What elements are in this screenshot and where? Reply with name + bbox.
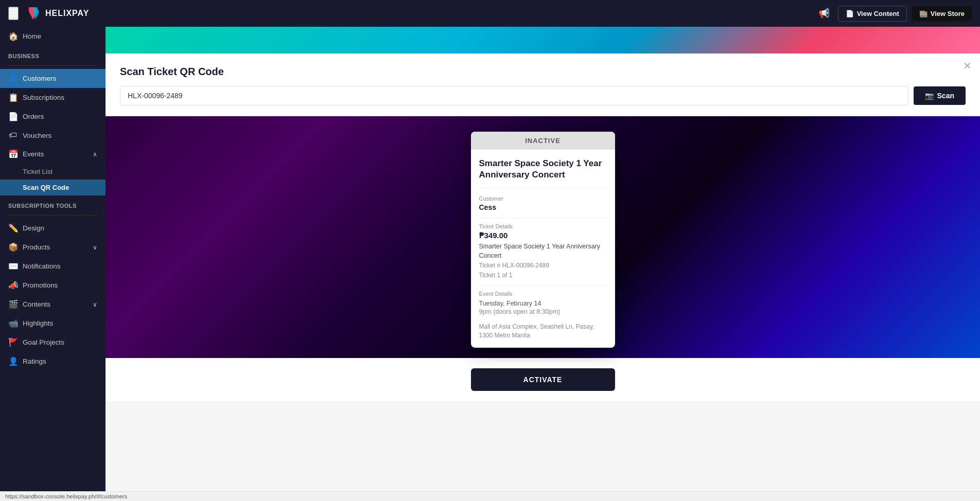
sidebar-products-label: Products [23,243,50,251]
sidebar-item-subscriptions[interactable]: 📋 Subscriptions [0,88,106,107]
sidebar-item-promotions[interactable]: 📣 Promotions [0,276,106,295]
sidebar-notifications-label: Notifications [23,262,61,270]
sidebar-item-goal-projects[interactable]: 🚩 Goal Projects [0,333,106,352]
ticket-of: Ticket 1 of 1 [479,271,607,280]
sidebar-scan-qr-label: Scan QR Code [23,184,69,191]
sidebar-item-design[interactable]: ✏️ Design [0,219,106,238]
sidebar-design-label: Design [23,224,44,232]
sidebar-divider-2 [8,215,97,216]
business-section-label: Business [0,46,106,62]
ticket-status-badge: INACTIVE [471,132,615,150]
header-right: 📢 📄 View Content 🏬 View Store [815,5,972,22]
top-header: ☰ HELIXPAY 📢 📄 View Content 🏬 View Store [0,0,980,27]
sidebar: 🏠 Home Business 👤 Customers 📋 Subscripti… [0,27,106,491]
customer-name: Cess [479,203,607,211]
scan-button[interactable]: 📷 Scan [914,86,966,105]
content-icon: 📄 [846,10,854,17]
hamburger-button[interactable]: ☰ [8,7,19,20]
sidebar-item-notifications[interactable]: ✉️ Notifications [0,257,106,276]
view-content-label: View Content [857,10,899,17]
hamburger-icon: ☰ [9,8,18,19]
view-content-button[interactable]: 📄 View Content [838,6,907,22]
sidebar-item-vouchers[interactable]: 🏷 Vouchers [0,126,106,145]
event-details-label: Event Details [479,291,607,297]
ticket-body: Smarter Space Society 1 Year Anniversary… [471,150,615,348]
sidebar-ticket-list-label: Ticket List [23,168,52,175]
event-time: 9pm (doors open at 8:30pm) [479,308,607,315]
sidebar-item-home[interactable]: 🏠 Home [0,27,106,46]
scan-title: Scan Ticket QR Code [120,66,966,78]
ticket-details-label: Ticket Details [479,223,607,229]
customer-label: Customer [479,195,607,202]
camera-icon: 📷 [925,92,934,100]
vouchers-icon: 🏷 [8,131,18,140]
page-content: Scan Ticket QR Code 📷 Scan ✕ INACTIVE Sm… [106,53,980,491]
products-chevron-icon: ∨ [93,244,97,251]
logo-text: HELIXPAY [45,9,89,18]
events-chevron-icon: ∧ [93,151,97,158]
ticket-card: INACTIVE Smarter Space Society 1 Year An… [471,132,615,348]
ticket-event-title: Smarter Space Society 1 Year Anniversary… [479,158,607,188]
sidebar-item-orders[interactable]: 📄 Orders [0,107,106,126]
sidebar-subitem-ticket-list[interactable]: Ticket List [0,164,106,180]
scan-button-label: Scan [937,92,954,100]
ticket-event-name: Smarter Space Society 1 Year Anniversary… [479,242,607,260]
home-icon: 🏠 [8,31,18,41]
promotions-icon: 📣 [8,280,18,290]
scan-input-row: 📷 Scan [120,86,966,105]
event-venue: Mall of Asia Complex, Seashell Ln, Pasay… [479,323,607,340]
sidebar-goal-projects-label: Goal Projects [23,338,64,346]
header-left: ☰ HELIXPAY [8,5,89,22]
ticket-divider-1 [479,218,607,218]
design-icon: ✏️ [8,223,18,233]
goal-projects-icon: 🚩 [8,337,18,347]
event-background-area: INACTIVE Smarter Space Society 1 Year An… [106,116,980,358]
sidebar-item-customers[interactable]: 👤 Customers [0,69,106,88]
scan-input[interactable] [120,86,908,105]
view-store-button[interactable]: 🏬 View Store [912,6,972,21]
content-area: Scan Ticket QR Code 📷 Scan ✕ INACTIVE Sm… [106,27,980,491]
contents-icon: 🎬 [8,299,18,309]
scan-section: Scan Ticket QR Code 📷 Scan ✕ [106,53,980,116]
subscription-tools-section-label: Subscription Tools [0,195,106,212]
store-icon: 🏬 [919,10,927,17]
subscriptions-icon: 📋 [8,93,18,102]
ticket-number: Ticket # HLX-00096-2489 [479,261,607,270]
highlights-icon: 📹 [8,318,18,328]
customers-icon: 👤 [8,74,18,83]
sidebar-subscriptions-label: Subscriptions [23,94,64,101]
sidebar-item-contents[interactable]: 🎬 Contents ∨ [0,295,106,314]
event-date: Tuesday, February 14 [479,300,607,307]
sidebar-promotions-label: Promotions [23,281,58,289]
sidebar-highlights-label: Highlights [23,319,53,327]
megaphone-icon: 📢 [818,8,830,19]
ticket-price: ₱349.00 [479,231,607,240]
sidebar-divider-1 [8,65,97,66]
sidebar-customers-label: Customers [23,75,56,82]
color-band [106,27,980,53]
events-icon: 📅 [8,149,18,159]
products-icon: 📦 [8,242,18,252]
sidebar-item-highlights[interactable]: 📹 Highlights [0,314,106,333]
logo-container: HELIXPAY [25,5,89,22]
sidebar-item-products[interactable]: 📦 Products ∨ [0,238,106,257]
sidebar-contents-label: Contents [23,300,50,308]
sidebar-home-label: Home [23,32,41,40]
status-url: https://sandbox-console.helixpay.ph/#/cu… [5,493,127,499]
close-button[interactable]: ✕ [963,60,972,72]
sidebar-ratings-label: Ratings [23,357,46,365]
sidebar-orders-label: Orders [23,113,44,120]
helixpay-logo-icon [25,5,41,22]
ratings-icon: 👤 [8,356,18,366]
sidebar-item-ratings[interactable]: 👤 Ratings [0,352,106,371]
view-store-label: View Store [931,10,965,17]
sidebar-vouchers-label: Vouchers [23,132,51,139]
contents-chevron-icon: ∨ [93,301,97,308]
sidebar-subitem-scan-qr[interactable]: Scan QR Code [0,180,106,195]
orders-icon: 📄 [8,112,18,121]
notifications-icon: ✉️ [8,261,18,271]
megaphone-button[interactable]: 📢 [815,5,833,22]
sidebar-item-events[interactable]: 📅 Events ∧ [0,145,106,164]
activate-area: ACTIVATE [106,358,980,401]
activate-button[interactable]: ACTIVATE [471,368,615,391]
